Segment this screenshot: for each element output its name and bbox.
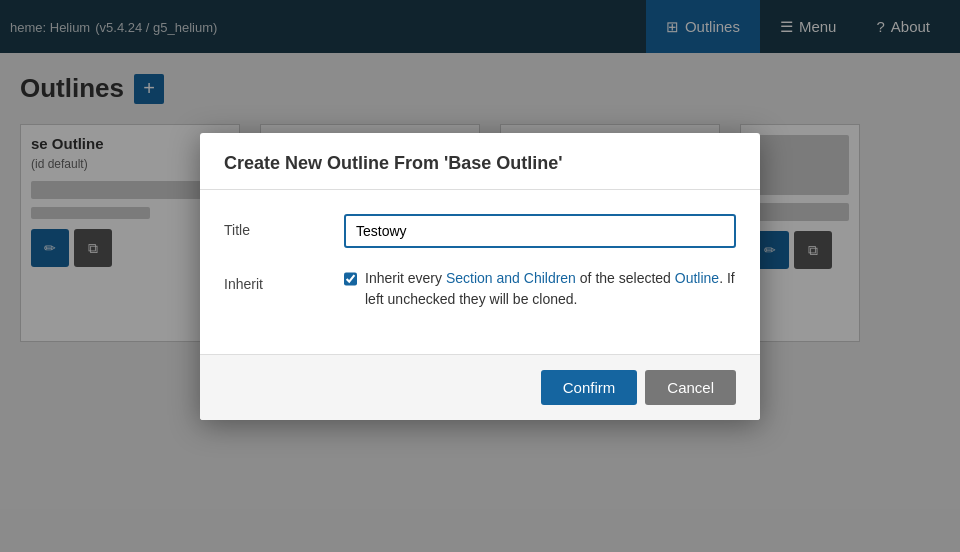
inherit-highlight-2: Outline: [675, 270, 719, 286]
title-control: [344, 214, 736, 248]
cancel-button[interactable]: Cancel: [645, 370, 736, 405]
title-row: Title: [224, 214, 736, 248]
inherit-description: Inherit every Section and Children of th…: [365, 268, 736, 310]
inherit-row: Inherit every Section and Children of th…: [344, 268, 736, 310]
modal-header: Create New Outline From 'Base Outline': [200, 133, 760, 190]
confirm-button[interactable]: Confirm: [541, 370, 638, 405]
modal-dialog: Create New Outline From 'Base Outline' T…: [200, 133, 760, 420]
modal-body: Title Inherit Inherit every Section and …: [200, 190, 760, 354]
inherit-row-outer: Inherit Inherit every Section and Childr…: [224, 268, 736, 310]
modal-overlay: Create New Outline From 'Base Outline' T…: [0, 0, 960, 552]
inherit-highlight-1: Section and Children: [446, 270, 576, 286]
modal-footer: Confirm Cancel: [200, 354, 760, 420]
inherit-label: Inherit: [224, 268, 344, 292]
inherit-control: Inherit every Section and Children of th…: [344, 268, 736, 310]
inherit-checkbox[interactable]: [344, 271, 357, 287]
modal-title: Create New Outline From 'Base Outline': [224, 153, 736, 174]
title-label: Title: [224, 214, 344, 238]
title-input[interactable]: [344, 214, 736, 248]
